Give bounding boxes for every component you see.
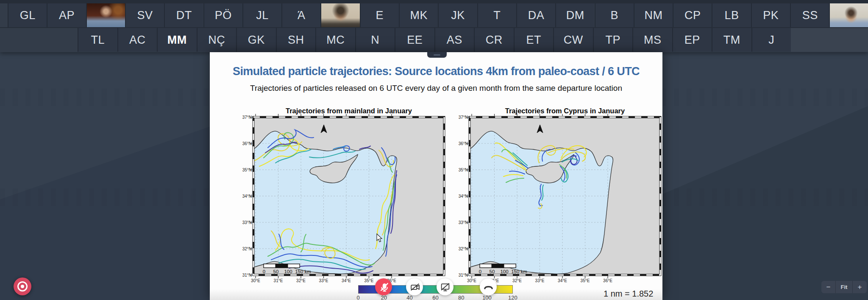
participant-tile-ep[interactable]: EP xyxy=(672,28,712,52)
svg-text:37°N: 37°N xyxy=(242,115,252,120)
participant-tile-nm[interactable]: NM xyxy=(634,3,673,27)
participant-tile-tm[interactable]: TM xyxy=(712,28,751,52)
svg-text:150 km: 150 km xyxy=(295,269,311,274)
participant-tile-jl[interactable]: JL xyxy=(242,3,281,27)
svg-text:34°E: 34°E xyxy=(342,278,351,283)
participant-row-2: TLACMMNÇGKSHMCNEEASCRETCWTPMSEPTMJ xyxy=(0,28,868,52)
colorbar-tick-label: 100 xyxy=(479,294,495,300)
participant-initials: DT xyxy=(176,9,192,22)
participant-tile-cr[interactable]: CR xyxy=(474,28,514,52)
svg-text:0: 0 xyxy=(263,269,265,274)
participant-initials: SH xyxy=(288,34,304,47)
meeting-window: GLAPSVDTPÖJLΆEMKJKTDADMBNMCPLBPKSS TLACM… xyxy=(0,0,868,300)
participant-tile-gk[interactable]: GK xyxy=(236,28,276,52)
trajectory-map-cyprus: 37°N36°N35°N34°N33°N32°N31°N30°E31°E32°E… xyxy=(454,107,662,289)
participant-tile-as[interactable]: AS xyxy=(434,28,474,52)
participant-tile-et[interactable]: ET xyxy=(514,28,554,52)
participant-tile-dm[interactable]: DM xyxy=(555,3,594,27)
participant-initials: EP xyxy=(684,34,700,47)
participant-video xyxy=(830,3,868,27)
participant-tile-tp[interactable]: TP xyxy=(593,28,633,52)
participant-initials: DM xyxy=(566,9,584,22)
svg-text:33°E: 33°E xyxy=(535,278,545,283)
svg-text:50: 50 xyxy=(490,269,495,274)
participant-tile-ac[interactable]: AC xyxy=(117,28,157,52)
svg-text:33°N: 33°N xyxy=(459,220,468,225)
participant-initials: SS xyxy=(802,9,818,22)
participant-initials: AP xyxy=(59,9,75,22)
participant-tile-ά[interactable]: Ά xyxy=(281,3,320,27)
zoom-fit-button[interactable]: Fit xyxy=(835,281,853,293)
microphone-muted-button[interactable] xyxy=(375,278,392,295)
participant-initials: NM xyxy=(644,9,662,22)
slide-subtitle: Trajectories of particles released on 6 … xyxy=(210,84,662,93)
participant-initials: TL xyxy=(91,34,105,47)
participant-tile-mk[interactable]: MK xyxy=(399,3,438,27)
svg-text:150 km: 150 km xyxy=(511,269,527,274)
svg-text:34°N: 34°N xyxy=(242,194,252,199)
participant-tile-tl[interactable]: TL xyxy=(78,28,117,52)
participant-initials: T xyxy=(493,9,501,22)
svg-text:31°E: 31°E xyxy=(274,278,283,283)
zoom-in-button[interactable]: + xyxy=(853,281,867,293)
participant-tile-sv[interactable]: SV xyxy=(125,3,164,27)
band-top-strip xyxy=(0,0,868,3)
participant-video-tile[interactable] xyxy=(320,3,359,27)
participant-initials: TP xyxy=(605,34,620,47)
participant-tile-lb[interactable]: LB xyxy=(712,3,751,27)
participant-video-tile[interactable] xyxy=(829,3,868,27)
participant-tile-sh[interactable]: SH xyxy=(276,28,316,52)
participant-tile-j[interactable]: J xyxy=(751,28,791,52)
participant-initials: JK xyxy=(451,9,465,22)
participant-tile-e[interactable]: E xyxy=(360,3,399,27)
participant-tile-n[interactable]: N xyxy=(355,28,395,52)
mouse-cursor xyxy=(376,233,383,243)
record-button[interactable] xyxy=(14,278,31,295)
participant-tile-cp[interactable]: CP xyxy=(673,3,712,27)
participant-initials: MC xyxy=(326,34,345,47)
svg-text:31°N: 31°N xyxy=(459,273,468,278)
participant-video-tile[interactable] xyxy=(86,3,125,27)
svg-text:30°E: 30°E xyxy=(467,278,476,283)
participant-tile-b[interactable]: B xyxy=(595,3,634,27)
svg-text:36°N: 36°N xyxy=(242,141,252,146)
zoom-bar: − Fit + xyxy=(821,281,867,293)
participant-initials: J xyxy=(768,34,774,47)
participant-tile-mc[interactable]: MC xyxy=(315,28,355,52)
svg-text:100: 100 xyxy=(500,269,508,274)
toolbar-handle[interactable] xyxy=(427,52,447,58)
colorbar-tick-label: 80 xyxy=(453,294,470,300)
participant-initials: PÖ xyxy=(215,9,232,22)
participant-tile-da[interactable]: DA xyxy=(516,3,555,27)
participant-tile-ap[interactable]: AP xyxy=(47,3,86,27)
participant-tile-t[interactable]: T xyxy=(477,3,516,27)
screen-share-off-button[interactable] xyxy=(437,278,453,295)
participant-row-1: GLAPSVDTPÖJLΆEMKJKTDADMBNMCPLBPKSS xyxy=(0,3,868,27)
participant-tile-cw[interactable]: CW xyxy=(553,28,593,52)
svg-text:35°E: 35°E xyxy=(364,278,374,283)
svg-text:33°N: 33°N xyxy=(242,220,252,225)
participant-tile-ss[interactable]: SS xyxy=(790,3,829,27)
participant-initials: DA xyxy=(528,9,545,22)
svg-text:36°E: 36°E xyxy=(603,278,612,283)
svg-text:0: 0 xyxy=(479,269,481,274)
participant-tile-dt[interactable]: DT xyxy=(164,3,203,27)
participant-tile-pö[interactable]: PÖ xyxy=(203,3,242,27)
participant-initials: Ά xyxy=(298,9,306,22)
participant-tile-nç[interactable]: NÇ xyxy=(197,28,236,52)
zoom-out-button[interactable]: − xyxy=(821,281,835,293)
participant-initials: TM xyxy=(723,34,740,47)
participant-tile-mm[interactable]: MM xyxy=(157,28,197,52)
camera-off-button[interactable] xyxy=(406,278,423,295)
screen-share-off-icon xyxy=(440,282,451,292)
svg-text:32°E: 32°E xyxy=(296,278,306,283)
participant-initials: SV xyxy=(137,9,153,22)
participant-tile-jk[interactable]: JK xyxy=(438,3,477,27)
participant-initials: EE xyxy=(407,34,423,47)
participant-tile-ee[interactable]: EE xyxy=(395,28,434,52)
participant-tile-gl[interactable]: GL xyxy=(8,3,47,27)
participant-initials: LB xyxy=(725,9,739,22)
participant-tile-ms[interactable]: MS xyxy=(632,28,672,52)
leave-call-button[interactable] xyxy=(480,278,497,295)
participant-tile-pk[interactable]: PK xyxy=(751,3,790,27)
